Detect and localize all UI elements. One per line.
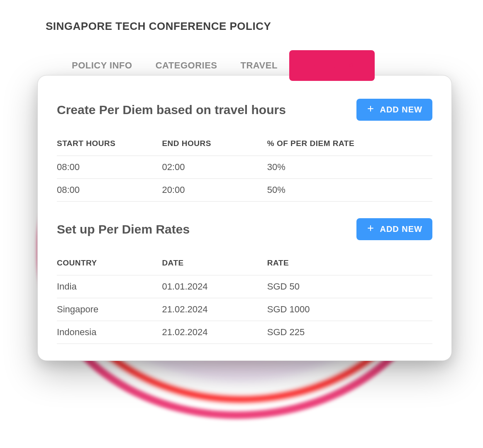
table-row[interactable]: India 01.01.2024 SGD 50 (57, 275, 432, 298)
cell-country: India (57, 275, 162, 298)
cell-end: 02:00 (162, 156, 267, 179)
cell-date: 01.01.2024 (162, 275, 267, 298)
rates-table: COUNTRY DATE RATE India 01.01.2024 SGD 5… (57, 258, 432, 344)
col-start-hours: START HOURS (57, 139, 162, 156)
add-new-rates-button[interactable]: ADD NEW (356, 218, 432, 240)
tab-per-diem[interactable]: PER DIEM (289, 50, 375, 81)
cell-date: 21.02.2024 (162, 321, 267, 344)
page-title: SINGAPORE TECH CONFERENCE POLICY (46, 20, 483, 33)
section-rates: Set up Per Diem Rates ADD NEW COUNTRY DA… (57, 218, 432, 344)
col-country: COUNTRY (57, 258, 162, 275)
col-pct: % OF PER DIEM RATE (267, 139, 432, 156)
cell-end: 20:00 (162, 179, 267, 202)
cell-rate: SGD 1000 (267, 298, 432, 321)
hours-table: START HOURS END HOURS % OF PER DIEM RATE… (57, 139, 432, 202)
plus-icon (366, 105, 375, 115)
add-new-hours-button[interactable]: ADD NEW (356, 99, 432, 121)
col-rate: RATE (267, 258, 432, 275)
cell-rate: SGD 50 (267, 275, 432, 298)
table-row[interactable]: 08:00 02:00 30% (57, 156, 432, 179)
cell-pct: 30% (267, 156, 432, 179)
col-date: DATE (162, 258, 267, 275)
tab-policy-info[interactable]: POLICY INFO (60, 53, 144, 78)
col-end-hours: END HOURS (162, 139, 267, 156)
section-hours-title: Create Per Diem based on travel hours (57, 103, 286, 117)
tab-travel[interactable]: TRAVEL (229, 53, 289, 78)
tab-categories[interactable]: CATEGORIES (144, 53, 229, 78)
cell-pct: 50% (267, 179, 432, 202)
plus-icon (366, 224, 375, 234)
table-row[interactable]: 08:00 20:00 50% (57, 179, 432, 202)
cell-country: Singapore (57, 298, 162, 321)
cell-rate: SGD 225 (267, 321, 432, 344)
add-new-label: ADD NEW (380, 105, 422, 114)
cell-country: Indonesia (57, 321, 162, 344)
content-card: Create Per Diem based on travel hours AD… (37, 75, 452, 361)
table-row[interactable]: Singapore 21.02.2024 SGD 1000 (57, 298, 432, 321)
cell-date: 21.02.2024 (162, 298, 267, 321)
section-hours: Create Per Diem based on travel hours AD… (57, 99, 432, 202)
add-new-label: ADD NEW (380, 224, 422, 234)
tabs: POLICY INFO CATEGORIES TRAVEL PER DIEM (60, 50, 483, 81)
table-row[interactable]: Indonesia 21.02.2024 SGD 225 (57, 321, 432, 344)
section-rates-title: Set up Per Diem Rates (57, 222, 190, 236)
cell-start: 08:00 (57, 179, 162, 202)
cell-start: 08:00 (57, 156, 162, 179)
